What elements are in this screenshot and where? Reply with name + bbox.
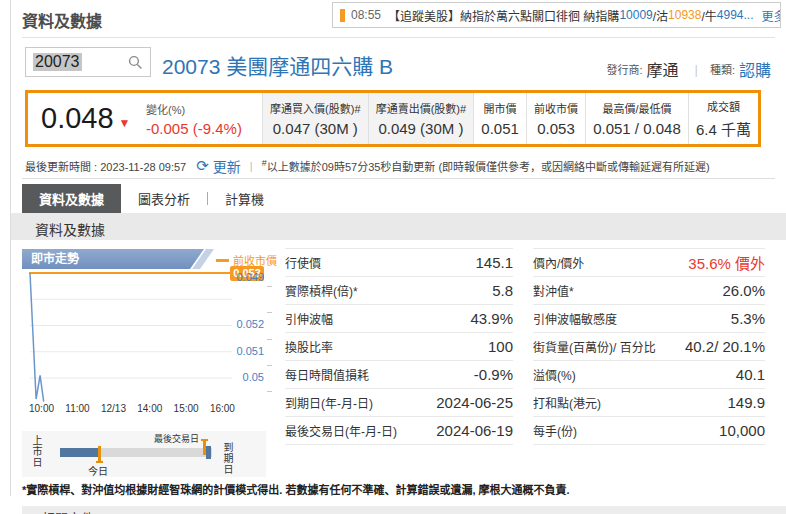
quote-cell-label: 摩通買入價(股數)# [270,100,360,116]
news-ticker: 08:55 【追蹤美股】納指於萬六點關口徘徊 納指購 10009 /沽 1093… [332,2,781,28]
row-label: 實際槓桿(倍)* [285,282,358,299]
table-row: 街貨量(百萬份)/ 百分比 40.2/ 20.1% [533,333,765,361]
last-price: 0.048 [41,102,114,135]
ticker-bull-number-link[interactable]: 4994... [717,8,754,22]
pre-tab-divider [22,178,775,179]
ticker-more-link[interactable]: 更多 [762,7,781,24]
instrument-title: 20073 美團摩通四六購 B [162,50,393,80]
section-band: 資料及數據 [11,213,786,240]
y-tick-dash [267,312,272,313]
x-tick-label: 14:00 [137,403,162,414]
x-axis-labels: 10:0011:0012/1314:0015:0016:00 [29,403,235,414]
refresh-link[interactable]: 更新 [213,156,241,176]
quote-cell-label: 開市價 [484,100,517,116]
quote-cell: 前收市價 0.053 [526,93,585,144]
table-row: 價內/價外 35.6% 價外 [533,249,765,277]
table-row: 換股比率 100 [285,333,513,361]
row-value: 26.0% [722,282,765,299]
table-row: 到期日(年-月-日) 2024-06-25 [285,389,513,417]
y-tick-dash [267,286,272,287]
row-value: 145.1 [475,254,513,271]
x-tick-label: 11:00 [65,403,89,414]
quote-cell-label: 摩通賣出價(股數)# [376,100,466,116]
quote-cell: 成交額 6.4 千萬 [688,93,758,144]
search-icon[interactable] [128,55,143,70]
search-value[interactable]: 20073 [33,53,82,71]
row-value: 40.2/ 20.1% [685,338,765,355]
y-tick-dash [267,339,272,340]
y-tick-label: 0.052 [236,318,264,330]
ticker-call-number-link[interactable]: 10009 [619,8,652,22]
table-row: 溢價(%) 40.1 [533,361,765,389]
ticker-put-separator: /沽 [653,7,668,24]
quote-cell: 摩通賣出價(股數)# 0.049 (30M ) [368,93,474,144]
y-tick-dash [267,391,272,392]
ticker-headline[interactable]: 【追蹤美股】納指於萬六點關口徘徊 納指購 [388,7,619,24]
expiry-date-label: 到期日 [220,442,235,475]
search-input[interactable]: 20073 [25,47,151,77]
issuer-type-group: 發行商: 摩通 | 種類: 認購 [606,57,775,81]
row-value: 43.9% [470,310,513,327]
ticker-time: 08:55 [351,8,381,22]
quote-cells: 摩通買入價(股數)# 0.047 (30M ) 摩通賣出價(股數)# 0.049… [262,93,758,144]
row-label: 引伸波幅敏感度 [533,310,617,327]
timeline-elapsed-fill [60,448,99,457]
refresh-icon[interactable]: ⟳ [196,157,209,175]
quote-cell-label: 成交額 [707,98,740,114]
quote-cell-label: 最高價/最低價 [602,100,671,116]
row-label: 溢價(%) [533,366,576,383]
tab-bar: 資料及數據 圖表分析 計算機 [22,184,281,213]
row-value: 149.9 [727,394,765,411]
section-title: 資料及數據 [35,219,105,239]
tab-chart-analysis[interactable]: 圖表分析 [121,184,207,213]
row-value: 100 [488,338,513,355]
quote-cell-value: 0.049 (30M ) [378,120,463,137]
row-label: 到期日(年-月-日) [285,394,373,411]
quote-cell-value: 0.051 [481,120,519,137]
data-table-right: 價內/價外 35.6% 價外 對沖值* 26.0% 引伸波幅敏感度 5.3% 街… [533,248,765,445]
issuer-value: 摩通 [647,57,679,81]
ticker-put-number-link[interactable]: 10938 [668,8,701,22]
timeline-expiry-cap [206,446,211,459]
tab-data[interactable]: 資料及數據 [22,184,121,213]
page-left-border [10,0,11,496]
last-price-block: 0.048 ▼ [28,93,146,144]
row-value: 5.3% [731,310,765,327]
timeline-track[interactable] [60,448,212,457]
data-table-left: 行使價 145.1 實際槓桿(倍)* 5.8 引伸波幅 43.9% 換股比率 1… [285,248,513,445]
issuer-type-divider: | [695,62,698,77]
row-label: 換股比率 [285,338,333,355]
ticker-accent-bar-icon [340,9,345,22]
related-docs-band: 相關文件 [22,506,786,514]
update-note: #以上數據於09時57分35秒自動更新 (即時報價僅供參考，或因網絡中斷或傳輸延… [262,158,710,174]
row-value: 35.6% 價外 [688,252,765,273]
row-value: 2024-06-25 [436,394,513,411]
table-row: 行使價 145.1 [285,249,513,277]
change-block: 變化(%) -0.005 (-9.4%) [146,93,262,144]
row-label: 街貨量(百萬份)/ 百分比 [533,338,656,355]
warrant-timeline: 上市日 今日 最後交易日 到期日 [22,431,266,477]
x-tick-label: 10:00 [29,403,54,414]
listing-date-label: 上市日 [29,435,44,468]
tab-calculator[interactable]: 計算機 [208,184,281,213]
quote-cell-value: 6.4 千萬 [696,118,751,139]
last-updated-label: 最後更新時間 : 2023-11-28 09:57 [25,158,186,174]
related-docs-label[interactable]: 相關文件 [42,508,94,514]
row-value: 10,000 [719,422,765,439]
last-trade-marker[interactable] [203,440,206,455]
quote-cell-value: 0.053 [537,120,575,137]
today-marker[interactable] [98,446,101,462]
type-value-link[interactable]: 認購 [739,57,771,81]
issuer-label: 發行商: [606,61,642,77]
quote-cell-value: 0.051 / 0.048 [593,120,681,137]
table-row: 引伸波幅 43.9% [285,305,513,333]
y-tick-label: 0.05 [243,371,264,383]
ticker-bull-separator: /牛 [701,7,716,24]
page-title: 資料及數據 [22,8,102,32]
row-label: 每手(份) [533,422,577,439]
quote-cell: 最高價/最低價 0.051 / 0.048 [585,93,688,144]
today-label: 今日 [88,463,108,478]
type-label: 種類: [710,61,735,77]
row-value: -0.9% [474,366,513,383]
table-row: 每手(份) 10,000 [533,417,765,445]
